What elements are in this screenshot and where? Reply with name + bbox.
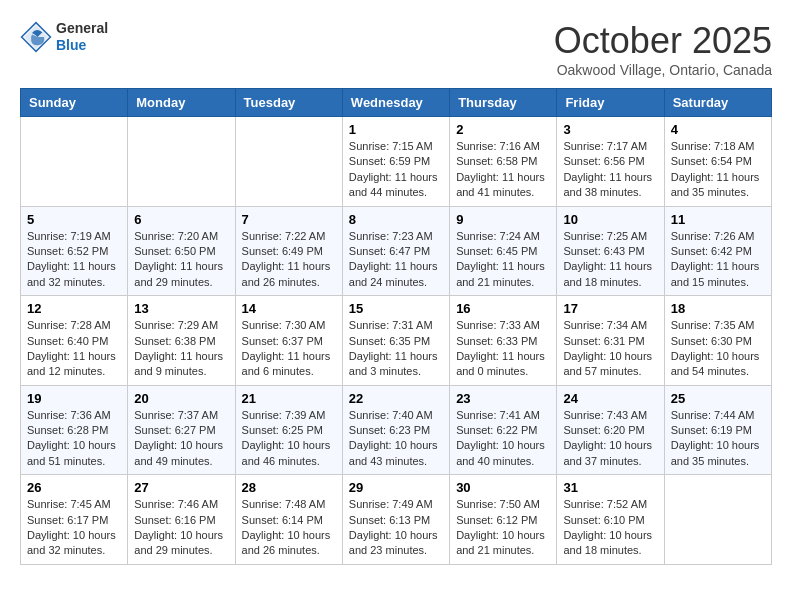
day-cell: 30Sunrise: 7:50 AMSunset: 6:12 PMDayligh… xyxy=(450,475,557,565)
weekday-header-monday: Monday xyxy=(128,89,235,117)
day-number: 8 xyxy=(349,212,443,227)
calendar-table: SundayMondayTuesdayWednesdayThursdayFrid… xyxy=(20,88,772,565)
day-number: 14 xyxy=(242,301,336,316)
day-cell: 15Sunrise: 7:31 AMSunset: 6:35 PMDayligh… xyxy=(342,296,449,386)
day-info: Sunrise: 7:26 AMSunset: 6:42 PMDaylight:… xyxy=(671,229,765,291)
page-header: General Blue October 2025 Oakwood Villag… xyxy=(20,20,772,78)
day-number: 27 xyxy=(134,480,228,495)
day-info: Sunrise: 7:17 AMSunset: 6:56 PMDaylight:… xyxy=(563,139,657,201)
week-row-4: 19Sunrise: 7:36 AMSunset: 6:28 PMDayligh… xyxy=(21,385,772,475)
day-cell: 9Sunrise: 7:24 AMSunset: 6:45 PMDaylight… xyxy=(450,206,557,296)
logo-icon xyxy=(20,21,52,53)
day-number: 15 xyxy=(349,301,443,316)
title-block: October 2025 Oakwood Village, Ontario, C… xyxy=(554,20,772,78)
weekday-header-tuesday: Tuesday xyxy=(235,89,342,117)
day-number: 12 xyxy=(27,301,121,316)
week-row-2: 5Sunrise: 7:19 AMSunset: 6:52 PMDaylight… xyxy=(21,206,772,296)
day-number: 9 xyxy=(456,212,550,227)
day-cell: 23Sunrise: 7:41 AMSunset: 6:22 PMDayligh… xyxy=(450,385,557,475)
day-info: Sunrise: 7:35 AMSunset: 6:30 PMDaylight:… xyxy=(671,318,765,380)
day-number: 22 xyxy=(349,391,443,406)
day-info: Sunrise: 7:28 AMSunset: 6:40 PMDaylight:… xyxy=(27,318,121,380)
day-cell xyxy=(21,117,128,207)
week-row-1: 1Sunrise: 7:15 AMSunset: 6:59 PMDaylight… xyxy=(21,117,772,207)
logo-general: General xyxy=(56,20,108,37)
day-number: 1 xyxy=(349,122,443,137)
day-cell: 22Sunrise: 7:40 AMSunset: 6:23 PMDayligh… xyxy=(342,385,449,475)
week-row-3: 12Sunrise: 7:28 AMSunset: 6:40 PMDayligh… xyxy=(21,296,772,386)
day-cell xyxy=(664,475,771,565)
day-number: 28 xyxy=(242,480,336,495)
day-info: Sunrise: 7:16 AMSunset: 6:58 PMDaylight:… xyxy=(456,139,550,201)
day-cell: 11Sunrise: 7:26 AMSunset: 6:42 PMDayligh… xyxy=(664,206,771,296)
day-cell: 7Sunrise: 7:22 AMSunset: 6:49 PMDaylight… xyxy=(235,206,342,296)
day-number: 20 xyxy=(134,391,228,406)
day-info: Sunrise: 7:45 AMSunset: 6:17 PMDaylight:… xyxy=(27,497,121,559)
day-cell: 4Sunrise: 7:18 AMSunset: 6:54 PMDaylight… xyxy=(664,117,771,207)
day-number: 16 xyxy=(456,301,550,316)
logo-blue: Blue xyxy=(56,37,108,54)
day-info: Sunrise: 7:34 AMSunset: 6:31 PMDaylight:… xyxy=(563,318,657,380)
day-cell xyxy=(235,117,342,207)
day-cell: 5Sunrise: 7:19 AMSunset: 6:52 PMDaylight… xyxy=(21,206,128,296)
day-info: Sunrise: 7:52 AMSunset: 6:10 PMDaylight:… xyxy=(563,497,657,559)
month-title: October 2025 xyxy=(554,20,772,62)
day-cell: 8Sunrise: 7:23 AMSunset: 6:47 PMDaylight… xyxy=(342,206,449,296)
weekday-header-saturday: Saturday xyxy=(664,89,771,117)
day-number: 19 xyxy=(27,391,121,406)
day-info: Sunrise: 7:33 AMSunset: 6:33 PMDaylight:… xyxy=(456,318,550,380)
weekday-header-wednesday: Wednesday xyxy=(342,89,449,117)
day-cell: 25Sunrise: 7:44 AMSunset: 6:19 PMDayligh… xyxy=(664,385,771,475)
day-cell: 27Sunrise: 7:46 AMSunset: 6:16 PMDayligh… xyxy=(128,475,235,565)
day-cell: 12Sunrise: 7:28 AMSunset: 6:40 PMDayligh… xyxy=(21,296,128,386)
weekday-header-friday: Friday xyxy=(557,89,664,117)
logo: General Blue xyxy=(20,20,108,54)
day-cell: 18Sunrise: 7:35 AMSunset: 6:30 PMDayligh… xyxy=(664,296,771,386)
day-cell: 3Sunrise: 7:17 AMSunset: 6:56 PMDaylight… xyxy=(557,117,664,207)
day-number: 13 xyxy=(134,301,228,316)
day-info: Sunrise: 7:25 AMSunset: 6:43 PMDaylight:… xyxy=(563,229,657,291)
day-cell: 1Sunrise: 7:15 AMSunset: 6:59 PMDaylight… xyxy=(342,117,449,207)
day-cell: 28Sunrise: 7:48 AMSunset: 6:14 PMDayligh… xyxy=(235,475,342,565)
day-number: 30 xyxy=(456,480,550,495)
day-info: Sunrise: 7:48 AMSunset: 6:14 PMDaylight:… xyxy=(242,497,336,559)
logo-text: General Blue xyxy=(56,20,108,54)
week-row-5: 26Sunrise: 7:45 AMSunset: 6:17 PMDayligh… xyxy=(21,475,772,565)
day-info: Sunrise: 7:15 AMSunset: 6:59 PMDaylight:… xyxy=(349,139,443,201)
day-number: 7 xyxy=(242,212,336,227)
weekday-header-sunday: Sunday xyxy=(21,89,128,117)
day-number: 3 xyxy=(563,122,657,137)
day-info: Sunrise: 7:41 AMSunset: 6:22 PMDaylight:… xyxy=(456,408,550,470)
day-info: Sunrise: 7:29 AMSunset: 6:38 PMDaylight:… xyxy=(134,318,228,380)
day-number: 2 xyxy=(456,122,550,137)
day-number: 6 xyxy=(134,212,228,227)
day-number: 26 xyxy=(27,480,121,495)
day-info: Sunrise: 7:30 AMSunset: 6:37 PMDaylight:… xyxy=(242,318,336,380)
day-info: Sunrise: 7:23 AMSunset: 6:47 PMDaylight:… xyxy=(349,229,443,291)
day-cell: 31Sunrise: 7:52 AMSunset: 6:10 PMDayligh… xyxy=(557,475,664,565)
day-info: Sunrise: 7:39 AMSunset: 6:25 PMDaylight:… xyxy=(242,408,336,470)
day-cell xyxy=(128,117,235,207)
day-info: Sunrise: 7:22 AMSunset: 6:49 PMDaylight:… xyxy=(242,229,336,291)
weekday-header-thursday: Thursday xyxy=(450,89,557,117)
day-number: 23 xyxy=(456,391,550,406)
day-number: 10 xyxy=(563,212,657,227)
day-info: Sunrise: 7:40 AMSunset: 6:23 PMDaylight:… xyxy=(349,408,443,470)
day-number: 21 xyxy=(242,391,336,406)
day-cell: 24Sunrise: 7:43 AMSunset: 6:20 PMDayligh… xyxy=(557,385,664,475)
day-info: Sunrise: 7:37 AMSunset: 6:27 PMDaylight:… xyxy=(134,408,228,470)
day-number: 29 xyxy=(349,480,443,495)
day-info: Sunrise: 7:20 AMSunset: 6:50 PMDaylight:… xyxy=(134,229,228,291)
day-cell: 26Sunrise: 7:45 AMSunset: 6:17 PMDayligh… xyxy=(21,475,128,565)
day-info: Sunrise: 7:49 AMSunset: 6:13 PMDaylight:… xyxy=(349,497,443,559)
day-cell: 6Sunrise: 7:20 AMSunset: 6:50 PMDaylight… xyxy=(128,206,235,296)
day-info: Sunrise: 7:50 AMSunset: 6:12 PMDaylight:… xyxy=(456,497,550,559)
day-cell: 19Sunrise: 7:36 AMSunset: 6:28 PMDayligh… xyxy=(21,385,128,475)
day-cell: 20Sunrise: 7:37 AMSunset: 6:27 PMDayligh… xyxy=(128,385,235,475)
day-info: Sunrise: 7:18 AMSunset: 6:54 PMDaylight:… xyxy=(671,139,765,201)
day-cell: 21Sunrise: 7:39 AMSunset: 6:25 PMDayligh… xyxy=(235,385,342,475)
weekday-header-row: SundayMondayTuesdayWednesdayThursdayFrid… xyxy=(21,89,772,117)
day-info: Sunrise: 7:44 AMSunset: 6:19 PMDaylight:… xyxy=(671,408,765,470)
day-number: 25 xyxy=(671,391,765,406)
day-cell: 10Sunrise: 7:25 AMSunset: 6:43 PMDayligh… xyxy=(557,206,664,296)
